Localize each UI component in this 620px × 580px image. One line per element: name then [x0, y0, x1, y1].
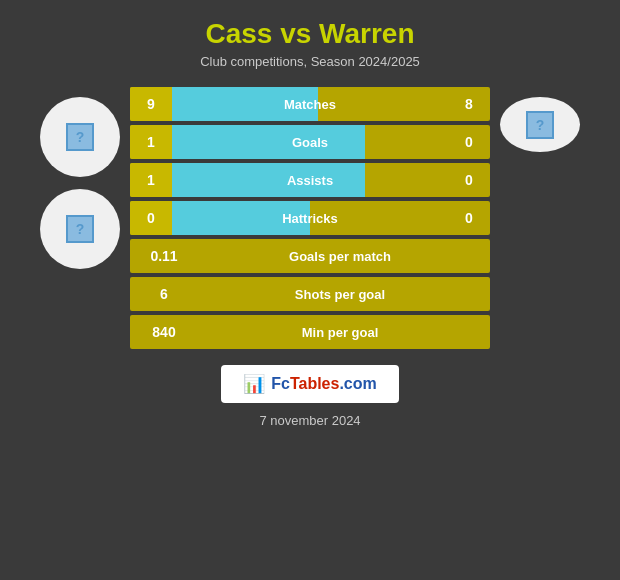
- main-content: ? ? 9 Matches 8 1 Goals: [20, 87, 600, 349]
- avatar-placeholder-left-top: ?: [66, 123, 94, 151]
- stat-label-shots-per-goal: Shots per goal: [190, 287, 490, 302]
- stat-row-min-per-goal: 840 Min per goal: [130, 315, 490, 349]
- stat-left-shots-per-goal: 6: [130, 286, 190, 302]
- page-container: Cass vs Warren Club competitions, Season…: [0, 0, 620, 580]
- stat-right-assists: 0: [448, 163, 490, 197]
- stat-left-min-per-goal: 840: [130, 324, 190, 340]
- logo-icon: 📊: [243, 373, 265, 395]
- stat-left-goals: 1: [130, 125, 172, 159]
- bar-container-matches: Matches: [172, 87, 448, 121]
- stats-container: 9 Matches 8 1 Goals 0 1: [130, 87, 490, 349]
- stat-row-matches: 9 Matches 8: [130, 87, 490, 121]
- bar-fill-hattricks: [172, 201, 310, 235]
- logo-area: 📊 FcTables.com: [221, 365, 399, 403]
- page-subtitle: Club competitions, Season 2024/2025: [200, 54, 420, 69]
- avatar-right: ?: [500, 97, 580, 152]
- stat-right-hattricks: 0: [448, 201, 490, 235]
- stat-label-goals-per-match: Goals per match: [190, 249, 490, 264]
- stat-left-matches: 9: [130, 87, 172, 121]
- date-text: 7 november 2024: [259, 413, 360, 428]
- left-avatars: ? ?: [40, 97, 120, 269]
- bar-container-assists: Assists: [172, 163, 448, 197]
- avatar-placeholder-left-bottom: ?: [66, 215, 94, 243]
- stat-right-goals: 0: [448, 125, 490, 159]
- stat-row-goals-per-match: 0.11 Goals per match: [130, 239, 490, 273]
- page-title: Cass vs Warren: [205, 18, 414, 50]
- avatar-left-top: ?: [40, 97, 120, 177]
- logo-text: FcTables.com: [271, 375, 377, 393]
- avatar-placeholder-right: ?: [526, 111, 554, 139]
- stat-right-matches: 8: [448, 87, 490, 121]
- stat-row-assists: 1 Assists 0: [130, 163, 490, 197]
- right-avatars: ?: [500, 97, 580, 152]
- bar-fill-goals: [172, 125, 365, 159]
- bar-fill-matches: [172, 87, 318, 121]
- avatar-left-bottom: ?: [40, 189, 120, 269]
- bar-container-goals: Goals: [172, 125, 448, 159]
- stat-row-goals: 1 Goals 0: [130, 125, 490, 159]
- stat-row-hattricks: 0 Hattricks 0: [130, 201, 490, 235]
- bar-container-hattricks: Hattricks: [172, 201, 448, 235]
- stat-row-shots-per-goal: 6 Shots per goal: [130, 277, 490, 311]
- stat-left-assists: 1: [130, 163, 172, 197]
- stat-left-goals-per-match: 0.11: [130, 248, 190, 264]
- bar-fill-assists: [172, 163, 365, 197]
- stat-label-min-per-goal: Min per goal: [190, 325, 490, 340]
- stat-left-hattricks: 0: [130, 201, 172, 235]
